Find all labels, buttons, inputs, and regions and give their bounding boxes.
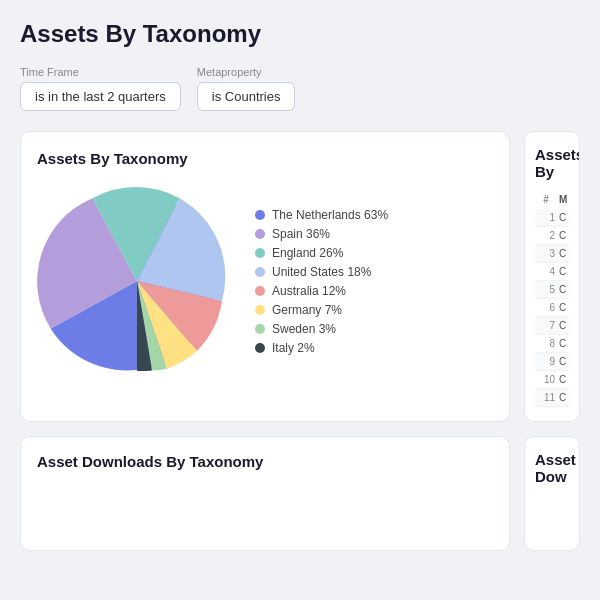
table-row: 7Cou... — [535, 317, 569, 335]
legend-label-germany: Germany 7% — [272, 303, 342, 317]
col-num-header: # — [537, 194, 555, 205]
metaproperty-badge[interactable]: is Countries — [197, 82, 296, 111]
bottom-cards-row: Asset Downloads By Taxonomy Asset Dow — [20, 436, 580, 551]
legend-dot-sweden — [255, 324, 265, 334]
downloads-chart-card: Asset Downloads By Taxonomy — [20, 436, 510, 551]
downloads-chart-placeholder — [37, 484, 493, 534]
legend-label-us: United States 18% — [272, 265, 371, 279]
legend-item-netherlands: The Netherlands 63% — [255, 208, 493, 222]
col-meta-header: Met — [559, 194, 567, 205]
legend-item-australia: Australia 12% — [255, 284, 493, 298]
table-row: 3Cou... — [535, 245, 569, 263]
legend-item-us: United States 18% — [255, 265, 493, 279]
legend-label-italy: Italy 2% — [272, 341, 315, 355]
side-table-title: Assets By — [535, 146, 569, 180]
legend-item-sweden: Sweden 3% — [255, 322, 493, 336]
metaproperty-label: Metaproperty — [197, 66, 296, 78]
filters-row: Time Frame is in the last 2 quarters Met… — [20, 66, 580, 111]
downloads-side-card: Asset Dow — [524, 436, 580, 551]
table-row: 1Cou... — [535, 209, 569, 227]
legend-dot-germany — [255, 305, 265, 315]
timeframe-badge[interactable]: is in the last 2 quarters — [20, 82, 181, 111]
legend-label-sweden: Sweden 3% — [272, 322, 336, 336]
side-table: # Met 1Cou... 2Cou... 3Cou... 4Cou... 5C… — [535, 194, 569, 407]
legend-item-spain: Spain 36% — [255, 227, 493, 241]
legend-item-italy: Italy 2% — [255, 341, 493, 355]
downloads-side-title: Asset Dow — [535, 451, 569, 485]
side-table-card: Assets By # Met 1Cou... 2Cou... 3Cou... … — [524, 131, 580, 422]
metaproperty-filter-group: Metaproperty is Countries — [197, 66, 296, 111]
legend-label-netherlands: The Netherlands 63% — [272, 208, 388, 222]
table-row: 9Cou... — [535, 353, 569, 371]
legend-dot-spain — [255, 229, 265, 239]
table-row: 5Cou... — [535, 281, 569, 299]
pie-svg — [37, 181, 237, 381]
legend-item-germany: Germany 7% — [255, 303, 493, 317]
legend-dot-england — [255, 248, 265, 258]
table-row: 2Cou... — [535, 227, 569, 245]
chart-area: The Netherlands 63% Spain 36% England 26… — [37, 181, 493, 381]
legend-label-australia: Australia 12% — [272, 284, 346, 298]
side-table-header: # Met — [535, 194, 569, 205]
timeframe-filter-group: Time Frame is in the last 2 quarters — [20, 66, 181, 111]
table-row: 11Cou... — [535, 389, 569, 407]
page-title: Assets By Taxonomy — [20, 20, 580, 48]
legend-dot-us — [255, 267, 265, 277]
legend-label-england: England 26% — [272, 246, 343, 260]
legend-label-spain: Spain 36% — [272, 227, 330, 241]
legend-item-england: England 26% — [255, 246, 493, 260]
table-row: 6Cou... — [535, 299, 569, 317]
chart-card-title: Assets By Taxonomy — [37, 150, 493, 167]
chart-legend: The Netherlands 63% Spain 36% England 26… — [255, 208, 493, 355]
timeframe-label: Time Frame — [20, 66, 181, 78]
table-row: 8Cou... — [535, 335, 569, 353]
table-row: 10Cou... — [535, 371, 569, 389]
taxonomy-chart-card: Assets By Taxonomy — [20, 131, 510, 422]
main-cards-row: Assets By Taxonomy — [20, 131, 580, 422]
legend-dot-italy — [255, 343, 265, 353]
legend-dot-netherlands — [255, 210, 265, 220]
legend-dot-australia — [255, 286, 265, 296]
downloads-card-title: Asset Downloads By Taxonomy — [37, 453, 493, 470]
pie-chart — [37, 181, 237, 381]
table-row: 4Cou... — [535, 263, 569, 281]
